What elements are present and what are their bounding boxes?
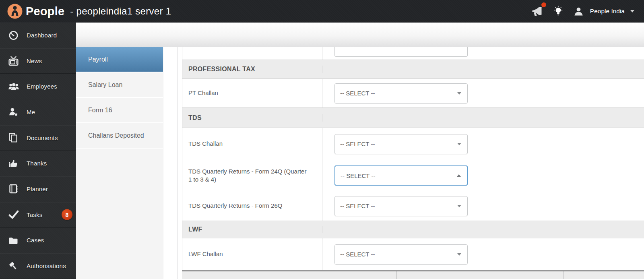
table-row-partial [182, 47, 644, 60]
tds-24q-select[interactable]: -- SELECT -- [334, 165, 468, 186]
table-row-pt-challan: PT Challan -- SELECT -- [182, 79, 644, 108]
thanks-icon [8, 158, 19, 169]
caret-down-icon [457, 205, 461, 207]
caret-down-icon [457, 253, 461, 256]
lightbulb-icon [553, 6, 563, 17]
employees-icon [8, 81, 19, 92]
cases-icon [8, 235, 19, 246]
sidebar-item-tasks[interactable]: Tasks 8 [0, 202, 76, 228]
table-row-tds-challan: TDS Challan -- SELECT -- [182, 128, 644, 160]
sidebar-item-documents[interactable]: Documents [0, 125, 76, 151]
people-logo-icon [7, 3, 23, 19]
sidebar-item-thanks[interactable]: Thanks [0, 151, 76, 176]
submenu-item-form-16[interactable]: Form 16 [76, 98, 163, 123]
field-label: TDS Quarterly Returns - Form 26Q [188, 202, 282, 210]
ideas-icon[interactable] [553, 6, 563, 17]
sidebar-item-cases[interactable]: Cases [0, 228, 76, 254]
me-icon [8, 106, 19, 118]
next-table-cutoff [182, 271, 644, 279]
section-header-row: PROFESSIONAL TAX [182, 60, 644, 79]
person-icon [574, 7, 584, 16]
sidebar-item-authorisations[interactable]: Authorisations [0, 253, 76, 279]
table-row-tds-24q: TDS Quarterly Returns - Form 24Q (Quarte… [182, 160, 644, 191]
challans-form-table: PROFESSIONAL TAX PT Challan -- SELECT --… [182, 47, 644, 271]
table-row-tds-26q: TDS Quarterly Returns - Form 26Q -- SELE… [182, 191, 644, 221]
tds-challan-select[interactable]: -- SELECT -- [334, 134, 468, 154]
submenu-item-challans-deposited[interactable]: Challans Deposited [76, 123, 163, 149]
content-scroll-divider [178, 47, 178, 279]
megaphone-icon [531, 6, 545, 17]
payroll-submenu: Payroll Salary Loan Form 16 Challans Dep… [76, 47, 163, 279]
planner-icon [8, 183, 19, 194]
section-header-row: LWF [182, 221, 644, 238]
section-header-row: TDS [182, 108, 644, 128]
news-icon [8, 55, 19, 66]
dashboard-icon [8, 29, 19, 41]
notification-dot [541, 2, 546, 7]
field-label: LWF Challan [188, 250, 223, 258]
authorisations-icon [8, 260, 19, 272]
section-title: TDS [188, 114, 202, 122]
field-label: PT Challan [188, 89, 218, 97]
table-row-lwf-challan: LWF Challan -- SELECT -- [182, 238, 644, 271]
user-menu-caret-icon[interactable] [630, 10, 634, 12]
server-label: - peopleindia1 server 1 [70, 6, 171, 17]
sidebar-item-employees[interactable]: Employees [0, 74, 76, 99]
sidebar-item-me[interactable]: Me [0, 99, 76, 125]
documents-icon [8, 132, 19, 143]
lwf-challan-select[interactable]: -- SELECT -- [334, 244, 468, 265]
content-header-strip [76, 23, 644, 47]
tds-26q-select[interactable]: -- SELECT -- [334, 196, 468, 216]
sidebar-item-planner[interactable]: Planner [0, 176, 76, 202]
submenu-item-payroll[interactable]: Payroll [76, 47, 163, 72]
sidebar-item-news[interactable]: News [0, 48, 76, 74]
field-label: TDS Challan [188, 140, 223, 148]
user-name[interactable]: People India [590, 8, 625, 15]
section-title: LWF [188, 226, 202, 233]
caret-up-icon [457, 174, 461, 177]
brand-title: People [26, 5, 64, 18]
caret-down-icon [457, 143, 461, 145]
sidebar-item-dashboard[interactable]: Dashboard [0, 23, 76, 48]
field-label: TDS Quarterly Returns - Form 24Q (Quarte… [188, 167, 311, 184]
user-avatar-icon[interactable] [574, 7, 584, 16]
topbar-right-cluster: People India [531, 0, 634, 23]
sidebar: Dashboard News [0, 23, 76, 279]
select-dropdown-cutoff[interactable] [334, 47, 468, 57]
tasks-count-badge: 8 [62, 209, 72, 220]
section-title: PROFESSIONAL TAX [188, 66, 255, 73]
topbar: People - peopleindia1 server 1 [0, 0, 644, 23]
submenu-item-salary-loan[interactable]: Salary Loan [76, 72, 163, 98]
announcements-icon[interactable] [531, 6, 545, 17]
tasks-icon [8, 209, 19, 220]
caret-down-icon [457, 92, 461, 95]
app-screen: People - peopleindia1 server 1 [0, 0, 644, 279]
pt-challan-select[interactable]: -- SELECT -- [334, 83, 468, 103]
